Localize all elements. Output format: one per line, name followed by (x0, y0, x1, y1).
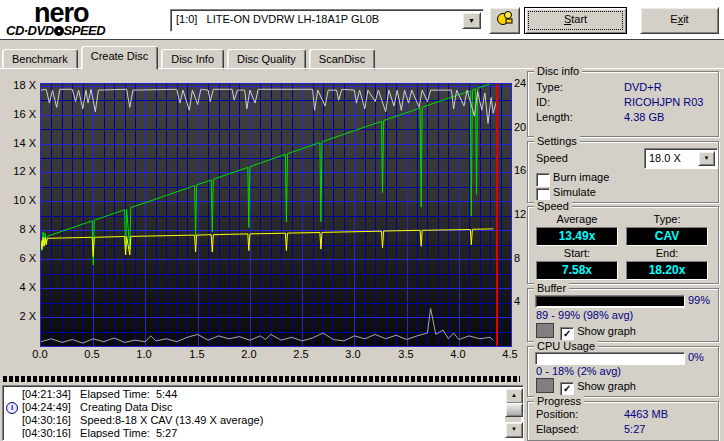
log-text: [04:30:16] Elapsed Time: 5:27 (22, 427, 177, 438)
disc-type-label: Type: (536, 81, 563, 93)
x-axis-tick: 3.5 (392, 348, 420, 360)
left-axis-tick: 2 X (2, 310, 36, 322)
speed-type-display: CAV (626, 227, 708, 246)
log-panel: [04:21:34] Elapsed Time: 5:44i[04:24:49]… (2, 385, 524, 441)
log-row: [04:30:16] Speed:8-18 X CAV (13.49 X ave… (5, 414, 505, 427)
log-text: [04:21:34] Elapsed Time: 5:44 (22, 388, 177, 401)
log-row: i[04:24:49] Creating Data Disc (5, 401, 505, 414)
chevron-down-icon[interactable]: ▼ (462, 12, 481, 29)
header-bar: nero CD·DVDSPEED [1:0] LITE-ON DVDRW LH-… (0, 0, 724, 40)
elapsed-label: Elapsed: (536, 423, 579, 435)
speed-select-value: 18.0 X (649, 151, 681, 166)
left-axis-tick: 16 X (2, 108, 36, 120)
start-speed-display: 7.58x (536, 261, 618, 280)
scroll-down-icon[interactable]: ▼ (505, 422, 523, 438)
x-axis-tick: 0.0 (26, 348, 54, 360)
buffer-bar-fill (537, 297, 684, 306)
scrollbar-thumb[interactable] (505, 403, 523, 417)
burn-tool-button[interactable] (489, 7, 520, 34)
position-value: 4463 MB (624, 407, 668, 422)
log-rows: [04:21:34] Elapsed Time: 5:44i[04:24:49]… (5, 388, 505, 438)
drive-select-value: [1:0] LITE-ON DVDRW LH-18A1P GL0B (176, 13, 379, 25)
average-speed-display: 13.49x (536, 227, 618, 246)
speed-chart (40, 83, 512, 347)
x-axis-tick: 3.0 (339, 348, 367, 360)
buffer-bar (535, 295, 685, 308)
cpu-color-swatch[interactable] (536, 378, 554, 393)
cpu-bar (535, 352, 685, 365)
progress-title: Progress (534, 395, 584, 407)
left-axis-tick: 6 X (2, 252, 36, 264)
info-icon: i (6, 402, 18, 414)
x-axis-tick: 1.5 (183, 348, 211, 360)
log-row: [04:30:16] Elapsed Time: 5:27 (5, 427, 505, 438)
average-label: Average (536, 213, 618, 225)
left-axis-tick: 18 X (2, 79, 36, 91)
disc-type-value: DVD+R (624, 80, 662, 95)
cpu-group: CPU Usage 0% 0 - 18% (2% avg) ✓ Show gra… (527, 346, 719, 397)
buffer-range: 89 - 99% (98% avg) (536, 309, 633, 321)
drive-select[interactable]: [1:0] LITE-ON DVDRW LH-18A1P GL0B ▼ (170, 9, 484, 32)
disc-id-value: RICOHJPN R03 (624, 95, 703, 110)
left-axis-tick: 14 X (2, 137, 36, 149)
scroll-up-icon[interactable]: ▲ (505, 388, 523, 404)
app-window: nero CD·DVDSPEED [1:0] LITE-ON DVDRW LH-… (0, 0, 724, 441)
cpu-show-graph-checkbox[interactable]: ✓ (560, 382, 574, 396)
speed-select[interactable]: 18.0 X ▼ (644, 148, 718, 169)
disc-info-title: Disc info (534, 65, 582, 77)
tab-bar: Benchmark Create Disc Disc Info Disc Qua… (2, 46, 375, 68)
simulate-label: Simulate (553, 186, 596, 198)
tab-create-disc[interactable]: Create Disc (81, 46, 158, 70)
cpu-range: 0 - 18% (2% avg) (536, 365, 621, 377)
buffer-title: Buffer (534, 282, 569, 294)
exit-button[interactable]: Exit (640, 7, 719, 34)
chevron-down-icon[interactable]: ▼ (698, 151, 715, 166)
x-axis-tick: 2.5 (287, 348, 315, 360)
cpu-show-graph-label: Show graph (577, 380, 636, 392)
logo-subtitle: CD·DVDSPEED (6, 25, 136, 37)
buffer-color-swatch[interactable] (536, 323, 554, 338)
buffer-group: Buffer 99% 89 - 99% (98% avg) ✓ Show gra… (527, 288, 719, 342)
end-label: End: (626, 247, 708, 259)
buffer-show-graph-checkbox[interactable]: ✓ (560, 327, 574, 341)
speed-group: Speed Average Type: 13.49x CAV Start: En… (527, 206, 719, 284)
tab-disc-quality[interactable]: Disc Quality (227, 49, 306, 70)
settings-title: Settings (534, 135, 580, 147)
cpu-percent: 0% (688, 351, 704, 363)
start-button[interactable]: Start (524, 7, 627, 34)
left-axis-tick: 4 X (2, 281, 36, 293)
disc-length-label: Length: (536, 111, 573, 123)
x-axis-tick: 4.5 (496, 348, 524, 360)
logo-title: nero (34, 1, 136, 25)
log-scrollbar[interactable]: ▲ ▼ (505, 388, 521, 438)
x-axis-tick: 0.5 (78, 348, 106, 360)
left-axis-tick: 8 X (2, 223, 36, 235)
x-axis-tick: 1.0 (130, 348, 158, 360)
log-text: [04:30:16] Speed:8-18 X CAV (13.49 X ave… (22, 414, 263, 427)
nero-logo: nero CD·DVDSPEED (6, 1, 136, 37)
position-label: Position: (536, 408, 578, 420)
tab-scandisc[interactable]: ScanDisc (309, 49, 375, 70)
start-label: Start: (536, 247, 618, 259)
speed-setting-label: Speed (536, 152, 568, 164)
burn-image-label: Burn image (553, 171, 609, 183)
chart-canvas (41, 84, 511, 346)
log-text: [04:24:49] Creating Data Disc (22, 401, 172, 414)
tab-disc-info[interactable]: Disc Info (161, 49, 224, 70)
burn-progress-bar (3, 376, 520, 382)
cpu-title: CPU Usage (534, 340, 598, 352)
settings-group: Settings Speed 18.0 X ▼ ✓ Burn image ✓ S… (527, 141, 719, 203)
disc-length-value: 4.38 GB (624, 110, 664, 125)
burn-tool-icon (495, 8, 515, 27)
disc-id-label: ID: (536, 96, 550, 108)
log-row: [04:21:34] Elapsed Time: 5:44 (5, 388, 505, 401)
progress-group: Progress Position:4463 MB Elapsed:5:27 (527, 401, 719, 441)
buffer-show-graph-label: Show graph (577, 325, 636, 337)
tab-benchmark[interactable]: Benchmark (2, 49, 78, 70)
end-speed-display: 18.20x (626, 261, 708, 280)
disc-info-group: Disc info Type:DVD+R ID:RICOHJPN R03 Len… (527, 71, 719, 137)
left-axis-tick: 10 X (2, 194, 36, 206)
left-axis-tick: 12 X (2, 165, 36, 177)
elapsed-value: 5:27 (624, 422, 645, 437)
focus-rectangle (528, 11, 623, 30)
